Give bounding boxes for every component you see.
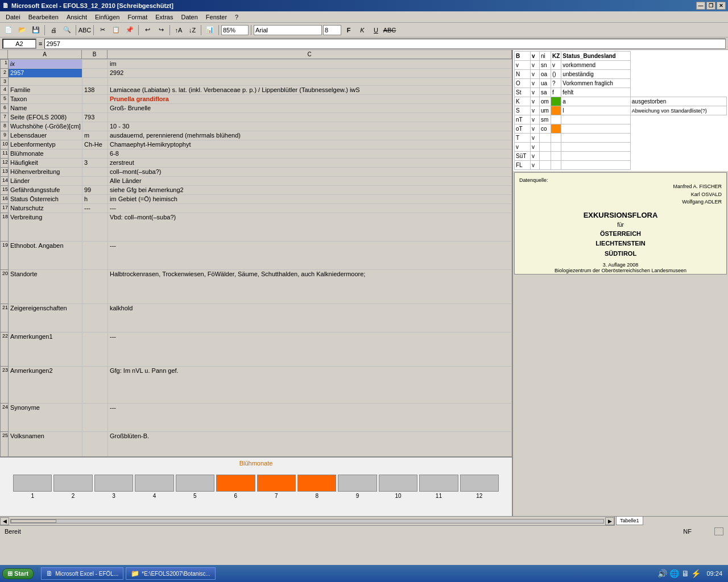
- preview-button[interactable]: 🔍: [61, 24, 73, 36]
- table-cell[interactable]: zerstreut: [108, 159, 512, 168]
- table-cell[interactable]: [9, 78, 82, 86]
- table-cell[interactable]: [82, 104, 108, 113]
- chart-button[interactable]: 📊: [204, 24, 216, 36]
- horizontal-scrollbar[interactable]: ◀ ▶ Tabelle1: [0, 516, 728, 525]
- table-cell[interactable]: siehe Gfg bei Anmerkung2: [108, 186, 512, 195]
- scroll-thumb[interactable]: [11, 519, 56, 523]
- redo-button[interactable]: ↪: [155, 24, 167, 36]
- table-cell[interactable]: ausdauernd, perennierend (mehrmals blühe…: [108, 131, 512, 140]
- table-cell[interactable]: ix: [9, 60, 82, 69]
- table-cell[interactable]: [108, 78, 512, 86]
- table-cell[interactable]: [82, 122, 108, 131]
- taskbar-item-efols[interactable]: 📁 *E:\EFOLS2007\Botanisc...: [126, 567, 216, 580]
- start-button[interactable]: ⊞ Start: [2, 568, 34, 579]
- table-cell[interactable]: Alle Länder: [108, 177, 512, 186]
- table-cell[interactable]: 6-8: [108, 149, 512, 159]
- table-cell[interactable]: [82, 213, 108, 242]
- scroll-right-btn[interactable]: ▶: [605, 517, 614, 525]
- minimize-button[interactable]: —: [696, 2, 705, 10]
- selected-cell[interactable]: 2957: [9, 69, 82, 78]
- table-cell[interactable]: [82, 404, 108, 432]
- table-cell[interactable]: [82, 367, 108, 404]
- table-cell[interactable]: im: [108, 60, 512, 69]
- close-button[interactable]: ✕: [717, 2, 726, 10]
- taskbar-item-excel[interactable]: 🗎 Microsoft Excel - EFÖL...: [41, 567, 123, 580]
- menu-format[interactable]: Format: [124, 13, 151, 22]
- table-cell[interactable]: 99: [82, 186, 108, 195]
- menu-ansicht[interactable]: Ansicht: [63, 13, 90, 22]
- table-cell[interactable]: [82, 69, 108, 78]
- table-cell[interactable]: [82, 242, 108, 270]
- italic-button[interactable]: K: [356, 24, 369, 36]
- restore-button[interactable]: ❐: [706, 2, 715, 10]
- menu-einfuegen[interactable]: Einfügen: [92, 13, 123, 22]
- new-button[interactable]: 📄: [2, 24, 15, 36]
- table-cell[interactable]: Lamiaceae (Labiatae) s. lat. (inkl. Verb…: [108, 86, 512, 95]
- cut-button[interactable]: ✂: [96, 24, 109, 36]
- table-cell[interactable]: 10 - 30: [108, 122, 512, 131]
- table-cell[interactable]: [82, 332, 108, 367]
- table-cell[interactable]: h: [82, 195, 108, 204]
- scroll-left-btn[interactable]: ◀: [0, 517, 9, 525]
- table-cell[interactable]: [82, 270, 108, 304]
- menu-bearbeiten[interactable]: Bearbeiten: [25, 13, 62, 22]
- table-cell[interactable]: coll–mont(–suba?): [108, 168, 512, 177]
- table-cell[interactable]: [82, 95, 108, 104]
- scroll-track[interactable]: [10, 519, 604, 523]
- menu-datei[interactable]: Datei: [2, 13, 24, 22]
- bold-button[interactable]: F: [342, 24, 355, 36]
- table-cell[interactable]: [82, 177, 108, 186]
- cell-reference[interactable]: [2, 39, 36, 49]
- sort-desc-button[interactable]: ↓Z: [186, 24, 198, 36]
- table-cell[interactable]: [82, 304, 108, 332]
- table-cell[interactable]: Ch-He: [82, 140, 108, 149]
- open-button[interactable]: 📂: [16, 24, 28, 36]
- spell-button[interactable]: ABC: [78, 24, 91, 36]
- menu-fenster[interactable]: Fenster: [202, 13, 230, 22]
- sort-asc-button[interactable]: ↑A: [172, 24, 185, 36]
- table-cell[interactable]: ---: [108, 332, 512, 367]
- table-cell[interactable]: kalkhold: [108, 304, 512, 332]
- table-cell[interactable]: [82, 168, 108, 177]
- formula-input[interactable]: [44, 39, 726, 49]
- table-cell[interactable]: [108, 113, 512, 122]
- table-cell[interactable]: Großblüten-B.: [108, 432, 512, 457]
- table-cell[interactable]: [82, 432, 108, 457]
- table-cell[interactable]: Chamaephyt-Hemikryptophyt: [108, 140, 512, 149]
- table-cell[interactable]: 2992: [108, 69, 512, 78]
- standorte-cell[interactable]: Halbtrockenrasen, Trockenwiesen, FöWälde…: [108, 270, 512, 304]
- undo-button[interactable]: ↩: [141, 24, 154, 36]
- table-cell[interactable]: Vbd: coll–mont(–suba?): [108, 213, 512, 242]
- table-cell[interactable]: ---: [108, 242, 512, 270]
- zoom-input[interactable]: 85%: [221, 25, 249, 35]
- menu-help[interactable]: ?: [231, 13, 242, 22]
- table-cell[interactable]: im Gebiet (=Ö) heimisch: [108, 195, 512, 204]
- copy-button[interactable]: 📋: [110, 24, 122, 36]
- code-t: T: [515, 134, 531, 143]
- font-selector[interactable]: Arial: [254, 25, 322, 35]
- paste-button[interactable]: 📌: [123, 24, 136, 36]
- table-cell[interactable]: m: [82, 131, 108, 140]
- table-cell[interactable]: [82, 60, 108, 69]
- sheet-tab[interactable]: Tabelle1: [616, 516, 643, 525]
- menu-extras[interactable]: Extras: [152, 13, 176, 22]
- table-cell[interactable]: [82, 149, 108, 159]
- table-cell[interactable]: 138: [82, 86, 108, 95]
- font-size-selector[interactable]: 8: [323, 25, 341, 35]
- table-cell[interactable]: 3: [82, 159, 108, 168]
- strikethrough-button[interactable]: ABC: [383, 24, 396, 36]
- taxon-cell[interactable]: Prunella grandiflora: [108, 95, 512, 104]
- table-cell[interactable]: ---: [108, 204, 512, 213]
- table-cell[interactable]: Groß- Brunelle: [108, 104, 512, 113]
- print-button[interactable]: 🖨: [47, 24, 60, 36]
- table-cell[interactable]: Gfg: Im nVL u. Pann gef.: [108, 367, 512, 404]
- table-cell[interactable]: [82, 78, 108, 86]
- table-cell[interactable]: ---: [108, 404, 512, 432]
- underline-button[interactable]: U: [370, 24, 382, 36]
- table-cell[interactable]: 793: [82, 113, 108, 122]
- table-cell[interactable]: ---: [82, 204, 108, 213]
- save-button[interactable]: 💾: [30, 24, 42, 36]
- row-number: 12: [1, 159, 9, 168]
- vertical-scroll-up[interactable]: [714, 527, 723, 535]
- menu-daten[interactable]: Daten: [177, 13, 201, 22]
